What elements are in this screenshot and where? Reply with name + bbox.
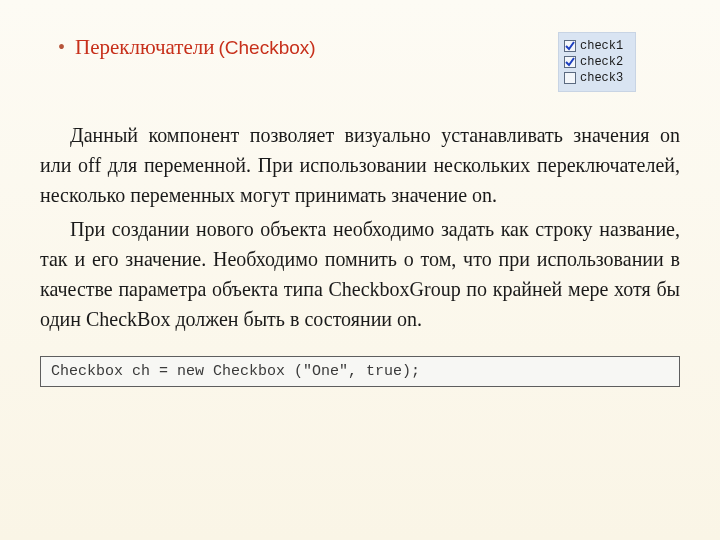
checkbox-row-2: check2: [564, 54, 627, 70]
checkbox-icon-checked: [564, 40, 576, 52]
checkbox-label: check2: [580, 54, 623, 70]
checkbox-sample-panel: check1 check2 check3: [558, 32, 636, 92]
heading-left: • Переключатели (Checkbox): [40, 34, 316, 60]
document-page: • Переключатели (Checkbox) check1 check2: [0, 0, 720, 540]
bullet-icon: •: [58, 34, 65, 60]
heading-row: • Переключатели (Checkbox) check1 check2: [40, 34, 680, 92]
checkbox-row-3: check3: [564, 70, 627, 86]
checkbox-label: check3: [580, 70, 623, 86]
paragraph-2: При создании нового объекта необходимо з…: [40, 214, 680, 334]
body-text: Данный компонент позволяет визуально уст…: [40, 120, 680, 334]
heading-main: Переключатели: [75, 35, 214, 59]
paragraph-1: Данный компонент позволяет визуально уст…: [40, 120, 680, 210]
checkbox-row-1: check1: [564, 38, 627, 54]
heading-text: Переключатели (Checkbox): [75, 34, 316, 60]
checkbox-icon-unchecked: [564, 72, 576, 84]
code-block: Checkbox ch = new Checkbox ("One", true)…: [40, 356, 680, 387]
checkbox-icon-checked: [564, 56, 576, 68]
checkbox-label: check1: [580, 38, 623, 54]
heading-paren-text: (Checkbox): [218, 37, 315, 58]
